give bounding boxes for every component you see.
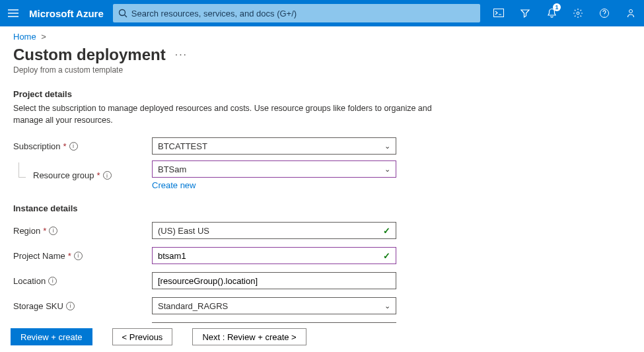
storage-sku-label: Storage SKU i <box>13 301 152 311</box>
location-label: Location i <box>13 276 152 286</box>
feedback-icon[interactable] <box>618 0 644 26</box>
svg-point-0 <box>119 10 125 16</box>
region-label-text: Region <box>13 226 40 236</box>
svg-line-1 <box>124 15 127 18</box>
breadcrumb: Home > <box>0 26 644 44</box>
project-name-field[interactable]: ✓ <box>152 247 396 264</box>
storage-sku-dropdown[interactable]: Standard_RAGRS ⌄ <box>152 297 396 314</box>
previous-button[interactable]: < Previous <box>112 328 173 345</box>
create-new-link[interactable]: Create new <box>152 180 196 190</box>
next-button[interactable]: Next : Review + create > <box>192 328 306 345</box>
page-title: Custom deployment <box>13 46 166 64</box>
region-row: Region * i (US) East US ✓ <box>13 220 631 241</box>
info-icon[interactable]: i <box>103 171 112 180</box>
footer-actions: Review + create < Previous Next : Review… <box>0 323 644 352</box>
chevron-down-icon: ⌄ <box>384 142 390 151</box>
resource-group-row: Resource group * i BTSam ⌄ Create new <box>13 160 631 190</box>
storage-value: Standard_RAGRS <box>158 301 228 311</box>
brand-label[interactable]: Microsoft Azure <box>26 8 113 19</box>
region-label: Region * i <box>13 226 152 236</box>
info-icon[interactable]: i <box>69 142 78 151</box>
required-marker: * <box>97 170 100 180</box>
info-icon[interactable]: i <box>48 277 57 285</box>
cloud-shell-icon[interactable] <box>485 0 512 26</box>
info-icon[interactable]: i <box>74 252 83 260</box>
svg-point-3 <box>577 12 579 15</box>
instance-details-section: Instance details Region * i (US) East US… <box>0 203 644 341</box>
resource-group-dropdown[interactable]: BTSam ⌄ <box>152 160 396 178</box>
region-value: (US) East US <box>158 226 209 236</box>
title-row: Custom deployment ··· <box>0 44 644 65</box>
notifications-icon[interactable]: 1 <box>538 0 565 26</box>
search-box[interactable] <box>113 4 480 22</box>
project-name-row: Project Name * i ✓ <box>13 245 631 266</box>
instance-details-heading: Instance details <box>13 203 631 213</box>
breadcrumb-home[interactable]: Home <box>13 32 36 42</box>
location-row: Location i <box>13 270 631 291</box>
storage-sku-row: Storage SKU i Standard_RAGRS ⌄ <box>13 295 631 316</box>
required-marker: * <box>68 251 71 261</box>
resource-group-label: Resource group * i <box>13 170 152 180</box>
project-details-heading: Project details <box>13 89 631 99</box>
storage-label-text: Storage SKU <box>13 301 63 311</box>
menu-toggle[interactable] <box>0 0 26 26</box>
check-icon: ✓ <box>383 251 390 261</box>
info-icon[interactable]: i <box>49 227 57 235</box>
required-marker: * <box>63 141 67 151</box>
required-marker: * <box>43 226 46 236</box>
svg-rect-2 <box>494 9 504 17</box>
subscription-value: BTCATTEST <box>158 141 207 151</box>
subscription-row: Subscription * i BTCATTEST ⌄ <box>13 135 631 157</box>
location-field[interactable] <box>152 272 396 289</box>
search-icon <box>118 9 127 18</box>
chevron-down-icon: ⌄ <box>384 302 390 310</box>
project-name-label: Project Name * i <box>13 251 152 261</box>
rg-value: BTSam <box>158 164 186 174</box>
breadcrumb-separator: > <box>41 32 46 42</box>
search-input[interactable] <box>131 9 475 18</box>
directory-filter-icon[interactable] <box>512 0 538 26</box>
header-icon-group: 1 <box>485 0 644 26</box>
chevron-down-icon: ⌄ <box>384 165 390 174</box>
page-subtitle: Deploy from a custom template <box>0 65 644 84</box>
subscription-label-text: Subscription <box>13 141 61 151</box>
top-header: Microsoft Azure 1 <box>0 0 644 26</box>
rg-label-text: Resource group <box>33 170 94 180</box>
project-details-desc: Select the subscription to manage deploy… <box>13 103 449 126</box>
project-name-input[interactable] <box>158 251 383 261</box>
check-icon: ✓ <box>383 226 390 236</box>
settings-icon[interactable] <box>565 0 591 26</box>
subscription-label: Subscription * i <box>13 141 152 151</box>
notification-badge: 1 <box>553 3 561 11</box>
more-actions-button[interactable]: ··· <box>175 49 188 61</box>
project-details-section: Project details Select the subscription … <box>0 89 644 190</box>
svg-point-5 <box>629 10 633 13</box>
location-label-text: Location <box>13 276 46 286</box>
location-input[interactable] <box>158 276 390 286</box>
search-container <box>113 0 485 26</box>
help-icon[interactable] <box>591 0 618 26</box>
project-name-label-text: Project Name <box>13 251 65 261</box>
subscription-dropdown[interactable]: BTCATTEST ⌄ <box>152 137 396 155</box>
info-icon[interactable]: i <box>66 302 75 310</box>
review-create-button[interactable]: Review + create <box>11 328 92 345</box>
region-dropdown[interactable]: (US) East US ✓ <box>152 222 396 239</box>
